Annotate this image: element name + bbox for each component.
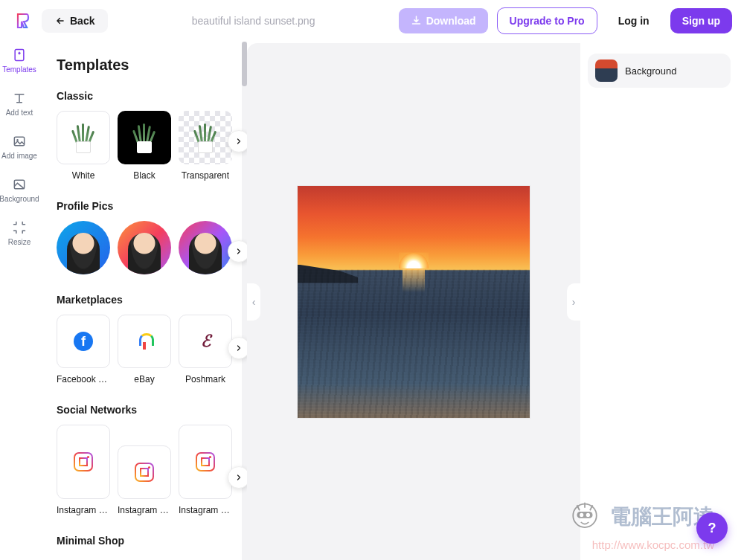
ebay-icon <box>136 333 153 350</box>
sunset-photo <box>298 186 530 418</box>
card-label: eBay <box>134 374 154 384</box>
background-thumbnail <box>595 59 618 82</box>
card-label: Black <box>133 170 155 181</box>
back-label: Back <box>70 15 94 27</box>
background-label: Background <box>625 65 676 77</box>
instagram-icon <box>74 452 93 472</box>
template-transparent[interactable]: Transparent <box>179 111 232 181</box>
section-classic: Classic White Black Transparent <box>57 90 247 181</box>
section-title: Marketplaces <box>57 294 247 306</box>
sidebar-title: Templates <box>57 57 247 74</box>
card-label: Instagram S… <box>57 505 110 515</box>
app-logo[interactable] <box>12 10 33 31</box>
help-icon: ? <box>708 521 716 536</box>
tool-label: Templates <box>2 65 36 74</box>
template-ebay[interactable]: eBay <box>118 315 171 384</box>
section-title: Profile Pics <box>57 200 247 212</box>
section-title: Minimal Shop <box>57 535 247 547</box>
templates-sidebar: Templates Classic White Black Transparen… <box>39 42 247 560</box>
chevron-right-icon <box>234 344 243 353</box>
section-title: Social Networks <box>57 404 247 416</box>
download-button[interactable]: Download <box>399 8 488 33</box>
tool-templates[interactable]: Templates <box>0 48 39 74</box>
section-minimal-shop: Minimal Shop <box>57 535 247 547</box>
instagram-icon <box>135 463 154 482</box>
download-label: Download <box>426 15 476 27</box>
chevron-right-icon <box>234 247 243 256</box>
tool-background[interactable]: Background <box>0 177 39 204</box>
card-label: Poshmark <box>185 374 225 384</box>
template-black[interactable]: Black <box>118 111 171 181</box>
template-instagram-reel[interactable]: Instagram R… <box>179 425 232 515</box>
card-label: Instagram P… <box>118 505 171 515</box>
help-button[interactable]: ? <box>696 512 728 544</box>
signup-button[interactable]: Sign up <box>670 8 732 33</box>
card-label: White <box>72 170 95 181</box>
download-icon <box>411 15 422 26</box>
text-icon <box>12 91 27 106</box>
svg-rect-0 <box>14 137 24 146</box>
right-panel: Background <box>580 42 744 560</box>
section-title: Classic <box>57 90 247 102</box>
scroll-right-button[interactable] <box>228 337 247 359</box>
template-icon <box>12 48 27 62</box>
chevron-right-icon <box>234 137 243 146</box>
chevron-right-icon <box>234 473 243 482</box>
app-header: Back beautiful island sunset.png Downloa… <box>0 0 744 42</box>
tool-add-text[interactable]: Add text <box>0 91 39 118</box>
section-social-networks: Social Networks Instagram S… Instagram P… <box>57 404 247 515</box>
template-instagram-post[interactable]: Instagram P… <box>118 425 171 515</box>
login-button[interactable]: Log in <box>606 8 661 33</box>
section-profile-pics: Profile Pics <box>57 200 247 274</box>
template-white[interactable]: White <box>57 111 110 181</box>
card-label: Instagram R… <box>179 505 232 515</box>
layer-background[interactable]: Background <box>588 54 731 88</box>
template-profile-rainbow[interactable] <box>179 221 232 274</box>
template-instagram-story[interactable]: Instagram S… <box>57 425 110 515</box>
poshmark-icon: ℰ <box>201 332 211 351</box>
section-marketplaces: Marketplaces f Facebook M… eBay ℰ Poshma… <box>57 294 247 384</box>
tool-add-image[interactable]: Add image <box>0 134 39 161</box>
panel-collapse-left[interactable]: ‹ <box>247 283 260 321</box>
canvas-area: ‹ › <box>247 43 580 560</box>
tool-label: Add text <box>6 109 33 118</box>
card-label: Transparent <box>182 170 229 181</box>
canvas-image[interactable] <box>298 186 530 418</box>
template-profile-blue[interactable] <box>57 221 110 274</box>
scroll-right-button[interactable] <box>228 130 247 152</box>
tool-label: Add image <box>1 152 37 161</box>
instagram-icon <box>196 452 215 472</box>
arrow-left-icon <box>55 16 65 26</box>
tool-label: Background <box>0 195 39 204</box>
template-facebook-marketplace[interactable]: f Facebook M… <box>57 315 110 384</box>
scroll-right-button[interactable] <box>228 466 247 489</box>
scrollbar-thumb[interactable] <box>242 42 247 86</box>
tool-resize[interactable]: Resize <box>0 220 39 247</box>
filename-display[interactable]: beautiful island sunset.png <box>117 15 389 27</box>
template-poshmark[interactable]: ℰ Poshmark <box>179 315 232 384</box>
background-icon <box>12 177 27 192</box>
left-toolbar: Templates Add text Add image Background … <box>0 42 39 560</box>
facebook-icon: f <box>74 332 93 351</box>
resize-icon <box>12 220 27 235</box>
tool-label: Resize <box>8 238 31 247</box>
scroll-right-button[interactable] <box>228 240 247 263</box>
image-icon <box>12 134 27 149</box>
upgrade-button[interactable]: Upgrade to Pro <box>497 7 597 34</box>
panel-collapse-right[interactable]: › <box>567 283 580 321</box>
back-button[interactable]: Back <box>42 9 108 33</box>
card-label: Facebook M… <box>57 374 110 384</box>
template-profile-orange[interactable] <box>118 221 171 274</box>
